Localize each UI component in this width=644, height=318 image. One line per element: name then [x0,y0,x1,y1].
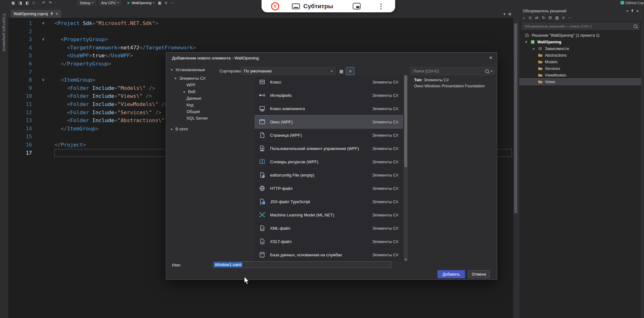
tree-item-folder-models[interactable]: Models [520,59,641,65]
code-line[interactable]: 4 <TargetFramework>net472</TargetFramewo… [8,44,513,52]
tree-item-folder-abstractions[interactable]: Abstractions [520,52,641,59]
chevron-down-icon[interactable]: ▾ [491,70,492,73]
template-item-user-control[interactable]: Пользовательский элемент управления (WPF… [255,142,403,155]
start-debug-button[interactable]: ▶ WallOpening ▾ [128,1,154,5]
template-item-class[interactable]: Класс Элементы C# [255,75,403,89]
tree-item-dependencies[interactable]: ▸ Зависимости [520,45,641,52]
tree-item-online[interactable]: ▸ В сети [170,126,251,132]
tree-item-web[interactable]: ▸ Веб [170,88,251,95]
search-icon[interactable] [485,69,489,73]
tree-item-project-wallopening[interactable]: ▾ C# WallOpening [520,39,641,45]
tree-item-folder-services[interactable]: Services [520,65,641,72]
tree-item-sql-server[interactable]: SQL Server [170,115,251,122]
chevron-down-icon: ▾ [117,1,119,4]
tree-item-data[interactable]: Данные [170,95,251,102]
chevron-collapsed-icon[interactable]: ▸ [532,47,535,50]
dialog-title-bar[interactable]: Добавление нового элемента - WallOpening… [166,53,497,63]
more-tools-icon[interactable]: ⋯ [171,1,174,5]
collapse-all-icon[interactable]: ⊟ [548,16,552,20]
debug-configuration-dropdown[interactable]: Debug ▾ [78,0,95,5]
template-item-component-class[interactable]: Класс компонента Элементы C# [255,102,403,115]
medium-icons-view-button[interactable]: ▦ [337,67,345,75]
github-copilot-badge[interactable]: GitHub Cop [621,0,644,5]
tree-item-folder-views[interactable]: Views [520,78,641,85]
template-item-category: Элементы C# [372,253,398,257]
fold-chevron-icon[interactable]: ∨ [32,76,54,84]
template-item-editorconfig[interactable]: editorconfig File (empty) Элементы C# [255,168,403,182]
chevron-expanded-icon[interactable]: ▾ [170,68,174,72]
tree-item-folder-viewmodels[interactable]: ViewModels [520,72,641,78]
save-icon[interactable]: ◧ [26,1,29,5]
undo-icon[interactable]: ↶ [42,1,45,5]
add-button[interactable]: Добавить [438,270,465,278]
solution-search-input[interactable] [524,24,632,28]
hot-reload-icon[interactable]: ▣ [158,1,161,5]
template-item-jsx-typescript[interactable]: TS JSX-файл TypeScript Элементы C# [255,195,403,208]
home-icon[interactable]: ⌂ [523,16,525,20]
chevron-expanded-icon[interactable]: ▾ [174,77,177,80]
more-options-icon[interactable]: ⋯ [568,16,572,20]
template-item-http-file[interactable]: HTTP-файл Элементы C# [255,182,403,195]
pin-icon[interactable] [50,12,53,16]
code-line[interactable]: 1∨<Project Sdk="Microsoft.NET.Sdk"> [8,19,513,28]
template-item-interface[interactable]: Интерфейс Элементы C# [255,89,403,102]
yandex-logo-icon[interactable]: Y [271,2,279,10]
chevron-down-icon[interactable]: ▾ [503,12,505,16]
tree-item-general[interactable]: Общие [170,108,251,115]
template-item-xslt-file[interactable]: XSLT-файл Элементы C# [255,235,403,248]
subtitles-button[interactable]: Субтитры [292,3,333,10]
view-code-icon[interactable]: ≡ [562,16,565,20]
template-item-resource-dictionary[interactable]: Словарь ресурсов (WPF) Элементы C# [255,155,403,168]
template-item-wpf-window[interactable]: Окно (WPF) Элементы C# [255,115,403,128]
pause-icon[interactable]: ≡ [165,1,167,5]
template-search-input[interactable] [413,69,483,74]
chevron-collapsed-icon[interactable]: ▸ [170,127,174,131]
fold-gutter [32,149,54,157]
platform-dropdown[interactable]: Any CPU ▾ [99,0,121,5]
filter-icon[interactable]: ⊙ [528,16,532,20]
chevron-down-icon[interactable]: ▾ [627,9,628,13]
tree-item-label: Элементы C# [179,76,205,81]
refresh-icon[interactable]: ↻ [542,16,545,20]
template-list-scrollbar[interactable]: ▾ [404,75,408,261]
scroll-down-icon[interactable]: ▾ [404,258,408,261]
template-item-xml-file[interactable]: XML-файл Элементы C# [255,221,403,235]
chevron-expanded-icon[interactable]: ▾ [525,40,528,44]
close-icon[interactable]: × [56,11,58,16]
show-all-files-icon[interactable]: ▤ [555,16,559,20]
chevron-collapsed-icon[interactable]: ▸ [183,90,186,93]
scrollbar-thumb[interactable] [404,75,407,167]
split-window-icon[interactable]: ⊞ [508,12,511,16]
search-icon[interactable] [634,24,637,28]
sync-active-document-icon[interactable]: ⇄ [535,16,538,20]
code-line[interactable]: 3∨ <PropertyGroup> [8,35,513,44]
more-options-icon[interactable]: ⋮ [378,3,384,10]
pin-icon[interactable] [631,9,634,13]
template-item-ml-model[interactable]: Machine Learning Model (ML.NET) Элементы… [255,208,403,221]
collapsed-tool-window-tab[interactable]: Структура документа [2,5,6,51]
code-line[interactable]: 2 [8,28,513,36]
open-file-icon[interactable]: ◨ [18,1,22,5]
visual-studio-window: ▣ ◨ ◧ □ ↶ ↷ Debug ▾ Any CPU ▾ ▶ WallOpen… [0,0,644,318]
save-all-icon[interactable]: □ [33,1,35,5]
tab-wallopening-csproj[interactable]: WallOpening.csproj × [11,10,61,18]
close-icon[interactable]: × [489,55,492,61]
close-icon[interactable]: × [636,9,639,14]
template-item-service-database[interactable]: База данных, основанная на службах Элеме… [255,248,403,261]
editor-scrollbar[interactable] [513,18,518,318]
tree-item-csharp-items[interactable]: ▾ Элементы C# [170,75,251,82]
item-name-input[interactable]: Window1.xaml [213,261,391,268]
scrollbar-thumb[interactable] [514,23,517,213]
picture-in-picture-icon[interactable] [353,3,361,9]
fold-chevron-icon[interactable]: ∨ [32,19,54,28]
tree-item-solution[interactable]: Решение "WallOpening" (1 проекта 1) [520,32,641,39]
fold-chevron-icon[interactable]: ∨ [32,35,54,44]
new-project-icon[interactable]: ▣ [11,1,15,5]
sort-dropdown[interactable]: По умолчанию ▾ [241,67,335,75]
list-view-button[interactable]: ≡ [346,67,354,75]
template-item-wpf-page[interactable]: Страница (WPF) Элементы C# [255,128,403,142]
tree-item-wpf[interactable]: WPF [170,82,251,88]
redo-icon[interactable]: ↷ [49,1,52,5]
tree-item-code[interactable]: Код [170,102,251,108]
cancel-button[interactable]: Отмена [468,270,490,278]
